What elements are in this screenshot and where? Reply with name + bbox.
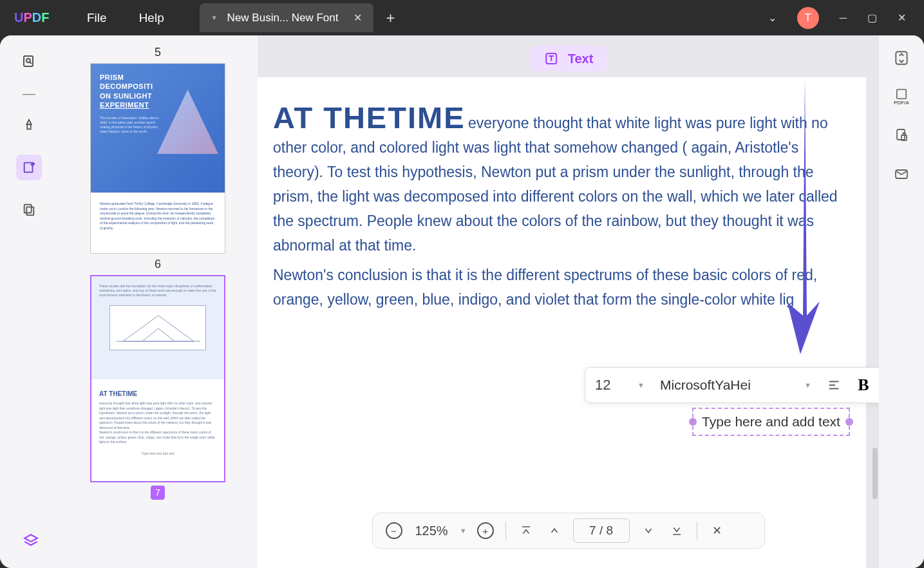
convert-tool[interactable]	[892, 48, 911, 68]
document-view: Text AT THETIME everyone thought that wh…	[258, 35, 879, 568]
svg-line-2	[30, 62, 32, 64]
text-placeholder: Type here and add text	[702, 414, 840, 430]
thumbnail-5[interactable]: PRISM DECOMPOSITI ON SUNLIGHT EXPERIMENT…	[90, 63, 225, 254]
chevron-down-icon[interactable]: ▼	[460, 527, 467, 535]
chevron-down-icon: ▼	[804, 381, 811, 389]
add-tab-button[interactable]: +	[386, 9, 395, 27]
menu-help[interactable]: Help	[139, 11, 164, 25]
zoom-in-button[interactable]: +	[476, 521, 495, 540]
last-page-button[interactable]	[667, 521, 686, 540]
page-indicator[interactable]: 7 / 8	[573, 518, 630, 543]
protect-tool[interactable]	[892, 126, 911, 145]
content-frame: — 5 PRISM DECOMPOSITI ON SUNLIGHT EXPERI…	[0, 35, 924, 568]
close-bar-button[interactable]: ✕	[708, 521, 727, 540]
document-tab[interactable]: ▼ New Busin... New Font ✕	[200, 3, 373, 32]
menu-bar: File Help	[52, 11, 164, 25]
edit-text-tool[interactable]	[16, 155, 42, 180]
prev-page-button[interactable]	[545, 521, 564, 540]
next-page-button[interactable]	[639, 521, 658, 540]
text-mode-label: Text	[568, 52, 594, 66]
page-paragraph-1: everyone thought that white light was pu…	[273, 115, 838, 254]
document-page[interactable]: AT THETIME everyone thought that white l…	[258, 77, 866, 568]
svg-rect-5	[24, 205, 32, 213]
thumbnail-panel: 5 PRISM DECOMPOSITI ON SUNLIGHT EXPERIME…	[58, 35, 258, 568]
text-mode-pill[interactable]: Text	[529, 46, 608, 71]
maximize-button[interactable]: ▢	[867, 12, 877, 24]
thumb-number: 5	[87, 46, 229, 59]
page-paragraph-2: Newton's conclusion is that it is the di…	[273, 263, 851, 312]
zoom-level: 125%	[415, 524, 448, 538]
left-toolbar: —	[0, 35, 58, 568]
pdfa-tool[interactable]: PDF/A	[892, 87, 911, 106]
pages-tool[interactable]	[16, 196, 42, 222]
close-icon[interactable]: ✕	[354, 12, 362, 24]
tab-title: New Busin... New Font	[227, 12, 339, 24]
chevron-down-icon[interactable]: ⌄	[768, 12, 777, 24]
close-button[interactable]: ✕	[898, 12, 906, 24]
search-tool[interactable]	[16, 48, 42, 74]
menu-file[interactable]: File	[87, 11, 107, 25]
font-family-select[interactable]: MicrosoftYaHei▼	[655, 377, 816, 393]
svg-rect-0	[24, 56, 33, 66]
thumb-number: 6	[87, 258, 229, 271]
tab-chevron-icon: ▼	[211, 14, 218, 21]
resize-handle-left[interactable]	[689, 418, 697, 426]
svg-rect-6	[26, 207, 33, 215]
app-logo: UPDF	[0, 10, 52, 25]
mail-tool[interactable]	[892, 164, 911, 184]
page-heading: AT THETIME	[273, 100, 466, 135]
format-toolbar: 12▼ MicrosoftYaHei▼ B I ⌄	[585, 367, 879, 403]
chevron-down-icon: ▼	[637, 381, 645, 389]
svg-rect-16	[897, 129, 905, 140]
right-toolbar: PDF/A	[879, 35, 924, 568]
align-left-button[interactable]	[822, 373, 846, 397]
current-page-badge: 7	[151, 486, 165, 500]
layers-button[interactable]	[18, 528, 44, 554]
collapse-icon[interactable]: —	[16, 90, 42, 97]
zoom-out-button[interactable]: −	[384, 521, 404, 540]
first-page-button[interactable]	[516, 521, 536, 540]
font-size-select[interactable]: 12▼	[595, 377, 650, 393]
minimize-button[interactable]: ─	[840, 12, 847, 24]
main-area: — 5 PRISM DECOMPOSITI ON SUNLIGHT EXPERI…	[0, 35, 924, 568]
bold-button[interactable]: B	[851, 373, 876, 397]
view-controls-bar: − 125% ▼ + 7 / 8 ✕	[372, 513, 765, 549]
window-controls: ⌄ T ─ ▢ ✕	[768, 7, 924, 29]
highlight-tool[interactable]	[16, 113, 42, 138]
svg-rect-15	[897, 89, 906, 98]
svg-rect-3	[27, 124, 31, 129]
text-icon	[543, 51, 559, 66]
thumbnail-7[interactable]: These studies laid the foundation for th…	[90, 275, 225, 482]
scrollbar[interactable]	[872, 448, 878, 499]
text-input-box[interactable]: Type here and add text	[692, 408, 850, 436]
avatar[interactable]: T	[797, 7, 819, 29]
resize-handle-right[interactable]	[845, 418, 853, 426]
titlebar: UPDF File Help ▼ New Busin... New Font ✕…	[0, 0, 924, 35]
